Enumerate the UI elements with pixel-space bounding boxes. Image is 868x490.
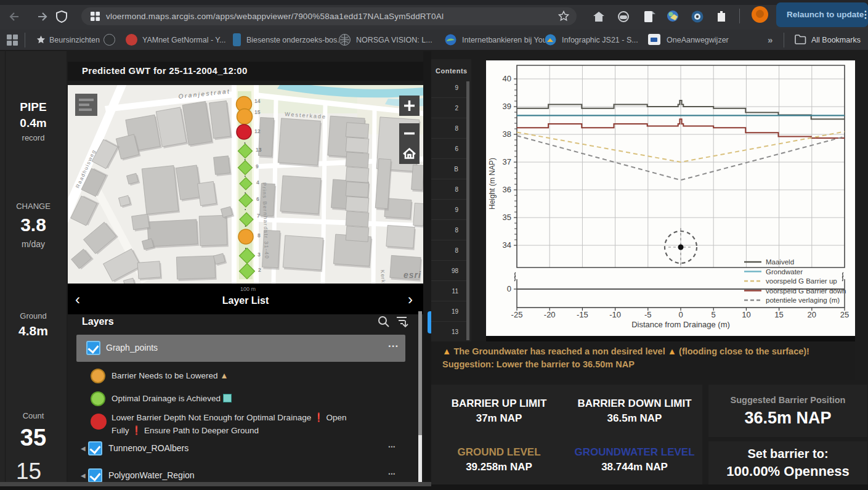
svg-text:Distance from Drainage (m): Distance from Drainage (m) [631,320,730,329]
svg-text:5: 5 [712,310,716,319]
svg-text:36: 36 [503,185,511,194]
svg-text:20: 20 [808,310,816,319]
svg-text:8: 8 [258,232,261,239]
svg-text:34: 34 [503,240,511,250]
svg-text:9: 9 [256,163,259,169]
svg-text:esri: esri [404,270,421,280]
svg-text:25: 25 [840,310,849,319]
svg-text:15: 15 [774,310,783,319]
svg-text:-5: -5 [644,310,652,319]
svg-text:40: 40 [503,74,511,83]
svg-text:6: 6 [256,196,259,202]
svg-text:3: 3 [258,251,261,258]
svg-text:voorspeld G Barrier down: voorspeld G Barrier down [766,287,846,295]
svg-text:4: 4 [256,179,259,186]
svg-text:Grondwater: Grondwater [766,268,803,276]
svg-text:35: 35 [503,213,511,222]
svg-text:15: 15 [254,109,261,115]
svg-text:14: 14 [254,98,261,104]
svg-text:38: 38 [503,129,511,139]
svg-text:0: 0 [507,284,511,293]
svg-text:-25: -25 [511,310,523,319]
svg-text:Height (m NAP): Height (m NAP) [488,158,497,210]
svg-text:-10: -10 [609,310,621,319]
svg-text:37: 37 [503,157,511,166]
svg-text:7: 7 [257,213,260,219]
svg-text:10: 10 [742,310,750,319]
svg-text:-15: -15 [577,310,588,319]
svg-text:2: 2 [258,267,261,273]
svg-text:0: 0 [678,310,683,319]
svg-text:12: 12 [254,128,261,134]
svg-text:voorspeld G Barrier up: voorspeld G Barrier up [766,277,837,285]
svg-text:potentiele verlaging (m): potentiele verlaging (m) [766,296,840,304]
svg-text:13: 13 [256,147,262,153]
svg-text:39: 39 [503,102,511,111]
svg-text:-20: -20 [544,310,556,319]
svg-text:Maaiveld: Maaiveld [766,258,794,266]
